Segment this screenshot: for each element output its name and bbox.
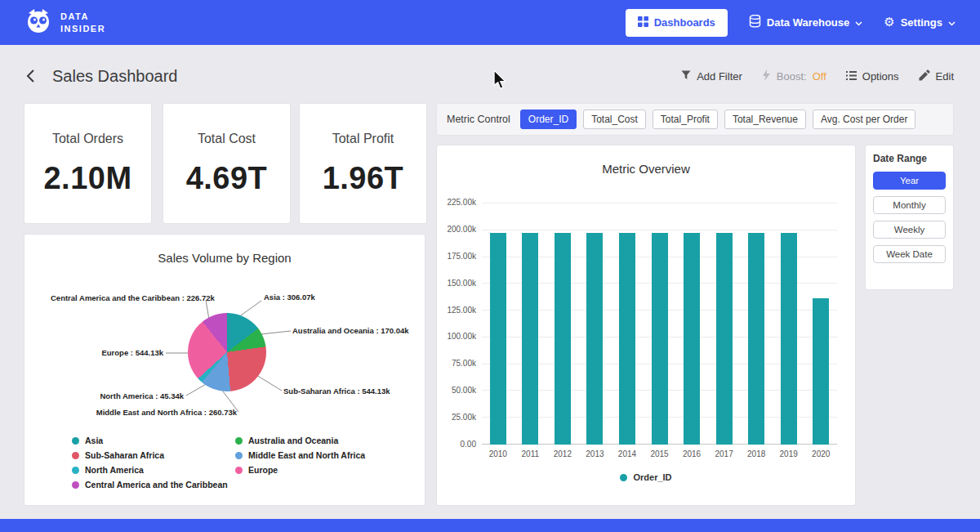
bar-column — [644, 203, 676, 445]
owl-logo-icon — [24, 7, 52, 38]
date-range-panel: Date Range Year Monthly Weekly Week Date — [866, 145, 953, 289]
metric-control-bar: Metric Control Order_ID Total_Cost Total… — [437, 104, 953, 135]
kpi-label: Total Cost — [198, 132, 256, 146]
bar-2016[interactable] — [684, 233, 700, 445]
edit-button[interactable]: Edit — [919, 69, 954, 83]
settings-menu[interactable]: ⚙ Settings — [884, 16, 956, 29]
pencil-icon — [919, 69, 930, 83]
options-list-icon — [846, 70, 857, 83]
x-tick-label: 2017 — [708, 449, 741, 458]
kpi-card-total-orders: Total Orders 2.10M — [24, 104, 151, 223]
legend-dot — [72, 437, 79, 445]
x-tick-label: 2014 — [611, 449, 644, 458]
brand-name: DATA INSIDER — [60, 11, 105, 35]
bar-2010[interactable] — [490, 233, 506, 445]
top-navbar: DATA INSIDER Dashboards — [0, 0, 980, 45]
legend-item-middle-east[interactable]: Middle East and North Africa — [235, 450, 365, 460]
bar-column — [804, 203, 837, 445]
date-range-monthly[interactable]: Monthly — [873, 196, 946, 214]
legend-label: Europe — [248, 465, 278, 475]
date-range-year[interactable]: Year — [873, 172, 946, 190]
date-range-title: Date Range — [873, 153, 946, 164]
bar-2011[interactable] — [522, 233, 538, 445]
data-warehouse-menu[interactable]: Data Warehouse — [749, 15, 862, 30]
x-tick-label: 2010 — [482, 449, 514, 458]
bar-2017[interactable] — [716, 233, 733, 445]
legend-label: North America — [85, 465, 144, 475]
page-header: Sales Dashboard Add Filter Boost: Off — [0, 61, 980, 91]
legend-item-australia-oceania[interactable]: Australia and Oceania — [235, 436, 338, 445]
bar-column — [579, 203, 612, 445]
bar-plot-area — [482, 203, 837, 445]
boost-bolt-icon — [762, 69, 771, 83]
bar-column — [773, 203, 805, 445]
bar-plot — [482, 203, 837, 445]
metric-button-avg-cost-per-order[interactable]: Avg. Cost per Order — [813, 110, 916, 129]
bar-legend-label: Order_ID — [633, 472, 671, 482]
bar-column — [675, 203, 708, 445]
bar-column — [611, 203, 644, 445]
legend-dot — [235, 452, 243, 459]
bar-column — [482, 203, 514, 445]
bar-column — [546, 203, 579, 445]
bar-column — [708, 203, 741, 445]
legend-item-europe[interactable]: Europe — [235, 465, 278, 475]
bar-2014[interactable] — [619, 233, 635, 445]
bar-2020[interactable] — [813, 298, 829, 445]
bar-legend[interactable]: Order_ID — [437, 472, 855, 482]
legend-item-asia[interactable]: Asia — [72, 436, 103, 445]
filter-funnel-icon — [681, 70, 691, 83]
legend-dot — [72, 467, 79, 474]
options-button[interactable]: Options — [846, 70, 899, 83]
bar-legend-dot — [620, 474, 627, 481]
metric-button-total-cost[interactable]: Total_Cost — [583, 110, 646, 129]
back-button[interactable] — [26, 69, 34, 83]
pie-callout-europe: Europe : 544.13k — [41, 348, 163, 357]
legend-label: Central America and the Caribbean — [85, 480, 228, 490]
legend-item-central-america[interactable]: Central America and the Caribbean — [72, 480, 228, 490]
bar-2018[interactable] — [748, 233, 764, 445]
pie-callout-central-america: Central America and the Caribbean : 226.… — [51, 293, 204, 302]
options-label: Options — [862, 70, 899, 83]
pie-callout-north-america: North America : 45.34k — [41, 391, 184, 400]
x-tick-label: 2019 — [773, 449, 805, 458]
settings-label: Settings — [901, 16, 942, 29]
legend-dot — [72, 481, 79, 489]
x-tick-label: 2018 — [740, 449, 773, 458]
pie-chart-title: Sales Volume by Region — [24, 251, 425, 265]
x-tick-label: 2016 — [675, 449, 708, 458]
brand-logo[interactable]: DATA INSIDER — [24, 7, 105, 38]
legend-label: Australia and Oceania — [248, 436, 338, 445]
kpi-value: 1.96T — [323, 161, 404, 196]
metric-button-order-id[interactable]: Order_ID — [520, 110, 577, 129]
data-warehouse-label: Data Warehouse — [767, 16, 849, 29]
x-tick-label: 2012 — [546, 449, 579, 458]
metric-button-total-revenue[interactable]: Total_Revenue — [724, 110, 806, 129]
bar-2015[interactable] — [652, 233, 668, 445]
kpi-label: Total Profit — [332, 132, 394, 146]
boost-toggle[interactable]: Boost: Off — [762, 69, 826, 83]
dashboards-button[interactable]: Dashboards — [626, 9, 728, 37]
metric-control-label: Metric Control — [447, 114, 510, 125]
legend-dot — [235, 467, 243, 474]
date-range-week-date[interactable]: Week Date — [873, 245, 946, 263]
bar-2012[interactable] — [555, 233, 571, 445]
add-filter-label: Add Filter — [697, 70, 742, 83]
add-filter-button[interactable]: Add Filter — [681, 70, 742, 83]
bar-2019[interactable] — [781, 233, 797, 445]
legend-item-north-america[interactable]: North America — [72, 465, 144, 475]
pie[interactable] — [188, 313, 266, 391]
metric-overview-chart-card: Metric Overview 225.00k200.00k175.00k150… — [437, 145, 855, 505]
database-icon — [749, 15, 761, 30]
date-range-weekly[interactable]: Weekly — [873, 221, 946, 239]
x-tick-label: 2015 — [644, 449, 676, 458]
legend-item-sub-saharan-africa[interactable]: Sub-Saharan Africa — [72, 450, 164, 460]
chevron-down-icon — [948, 16, 956, 29]
edit-label: Edit — [936, 70, 954, 83]
bar-2013[interactable] — [586, 233, 603, 445]
metric-button-total-profit[interactable]: Total_Profit — [653, 110, 718, 129]
pie-callout-asia: Asia : 306.07k — [264, 293, 315, 302]
gear-icon: ⚙ — [884, 16, 894, 29]
bar-x-axis: 2010201120122013201420152016201720182019… — [482, 449, 837, 458]
page-title: Sales Dashboard — [52, 67, 177, 86]
